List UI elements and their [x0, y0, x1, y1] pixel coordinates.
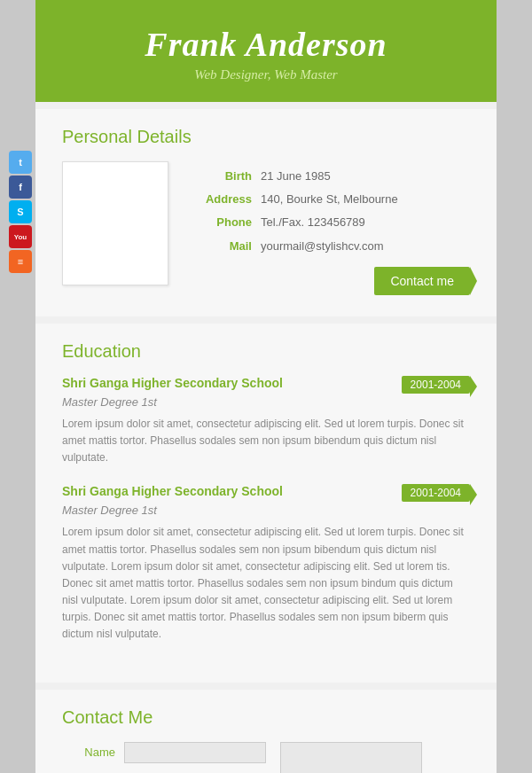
address-row: Address 140, Bourke St, Melbourne — [190, 191, 470, 207]
edu-years-2: 2001-2004 — [402, 484, 470, 502]
photo-placeholder — [62, 161, 168, 285]
contact-form: Name Email Object SEND MESSAGE — [62, 742, 470, 773]
edu-text-2: Lorem ipsum dolor sit amet, consectetur … — [62, 524, 470, 643]
contact-section: Contact Me Name Email Object SEND MESSAG… — [35, 690, 497, 773]
youtube-icon[interactable]: You — [9, 225, 32, 248]
rss-icon[interactable]: ≡ — [9, 250, 32, 273]
edu-degree-2: Master Degree 1st — [62, 504, 470, 517]
form-fields: Name Email Object SEND MESSAGE — [62, 742, 266, 773]
message-textarea[interactable] — [280, 742, 422, 773]
birth-label: Birth — [190, 168, 252, 184]
personal-section-title: Personal Details — [62, 127, 470, 147]
birth-value: 21 June 1985 — [261, 168, 331, 184]
edu-header-2: Shri Ganga Higher Secondary School 2001-… — [62, 484, 470, 502]
phone-row: Phone Tel./Fax. 123456789 — [190, 215, 470, 230]
education-item-2: Shri Ganga Higher Secondary School 2001-… — [62, 484, 470, 643]
personal-content: Birth 21 June 1985 Address 140, Bourke S… — [62, 161, 470, 295]
birth-row: Birth 21 June 1985 — [190, 168, 470, 184]
mail-row: Mail yourmail@stylishcv.com — [190, 238, 470, 254]
sidebar-icons: t f S You ≡ — [9, 151, 32, 273]
edu-degree-1: Master Degree 1st — [62, 395, 470, 409]
education-item-1: Shri Ganga Higher Secondary School 2001-… — [62, 376, 470, 467]
contact-section-title: Contact Me — [62, 707, 470, 728]
phone-value: Tel./Fax. 123456789 — [261, 215, 365, 230]
facebook-icon[interactable]: f — [9, 176, 32, 199]
edu-school-1: Shri Ganga Higher Secondary School — [62, 376, 283, 390]
phone-label: Phone — [190, 215, 252, 230]
mail-value: yourmail@stylishcv.com — [261, 238, 384, 254]
edu-school-2: Shri Ganga Higher Secondary School — [62, 484, 283, 498]
header-name: Frank Anderson — [53, 25, 479, 64]
edu-text-1: Lorem ipsum dolor sit amet, consectetur … — [62, 416, 470, 467]
name-row: Name — [62, 742, 266, 763]
personal-section: Personal Details Birth 21 June 1985 Addr… — [35, 109, 497, 316]
twitter-icon[interactable]: t — [9, 151, 32, 174]
edu-header-1: Shri Ganga Higher Secondary School 2001-… — [62, 376, 470, 394]
name-input[interactable] — [124, 742, 266, 763]
page-wrapper: t f S You ≡ Frank Anderson Web Designer,… — [35, 0, 497, 773]
skype-icon[interactable]: S — [9, 200, 32, 223]
personal-details-right: Birth 21 June 1985 Address 140, Bourke S… — [190, 161, 470, 295]
address-label: Address — [190, 191, 252, 207]
header: Frank Anderson Web Designer, Web Master — [35, 0, 497, 102]
header-title: Web Designer, Web Master — [53, 67, 479, 82]
address-value: 140, Bourke St, Melbourne — [261, 191, 398, 207]
name-label: Name — [62, 746, 115, 759]
contact-me-button[interactable]: Contact me — [374, 267, 470, 295]
mail-label: Mail — [190, 238, 252, 254]
edu-years-1: 2001-2004 — [402, 376, 470, 394]
education-section-title: Education — [62, 341, 470, 362]
education-section: Education Shri Ganga Higher Secondary Sc… — [35, 324, 497, 683]
